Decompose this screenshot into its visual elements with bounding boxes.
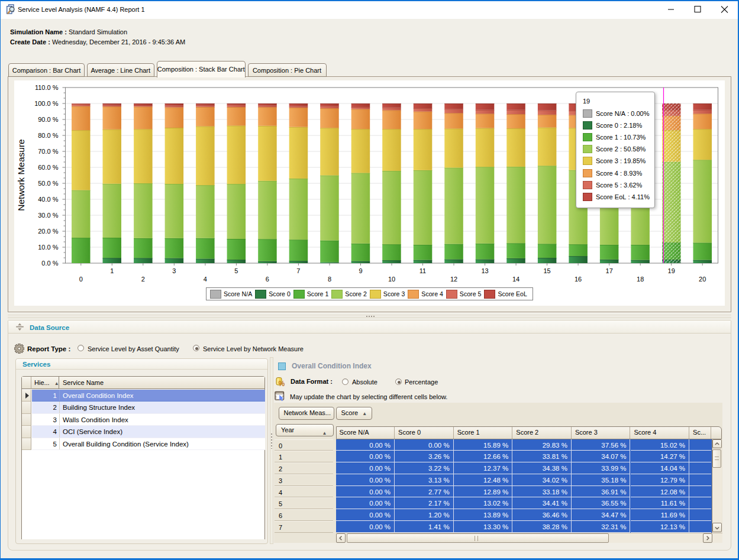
svg-text:8: 8 bbox=[328, 276, 331, 283]
svg-text:18: 18 bbox=[637, 276, 644, 283]
svg-text:50.0 %: 50.0 % bbox=[38, 180, 58, 187]
svg-text:60.0 %: 60.0 % bbox=[38, 164, 58, 171]
svg-text:%: % bbox=[279, 380, 285, 387]
svg-text:0.0 %: 0.0 % bbox=[41, 260, 58, 267]
svg-text:4: 4 bbox=[204, 276, 207, 283]
svg-text:6: 6 bbox=[266, 276, 269, 283]
svg-text:Network Measure: Network Measure bbox=[16, 139, 26, 211]
svg-text:16: 16 bbox=[575, 276, 582, 283]
svg-text:12: 12 bbox=[450, 276, 457, 283]
svg-text:20: 20 bbox=[699, 276, 706, 283]
svg-text:10.0 %: 10.0 % bbox=[38, 244, 58, 251]
svg-text:2: 2 bbox=[141, 276, 145, 283]
svg-text:11: 11 bbox=[419, 267, 426, 274]
svg-text:110.0 %: 110.0 % bbox=[35, 84, 59, 91]
svg-text:1: 1 bbox=[110, 267, 114, 274]
svg-text:17: 17 bbox=[606, 267, 613, 274]
svg-text:0: 0 bbox=[79, 276, 83, 283]
svg-text:15: 15 bbox=[543, 267, 550, 274]
svg-text:19: 19 bbox=[668, 267, 675, 274]
svg-text:90.0 %: 90.0 % bbox=[38, 116, 58, 123]
svg-text:7: 7 bbox=[296, 267, 300, 274]
svg-text:80.0 %: 80.0 % bbox=[38, 132, 58, 139]
svg-text:3: 3 bbox=[172, 267, 176, 274]
svg-text:10: 10 bbox=[388, 276, 395, 283]
svg-text:100.0 %: 100.0 % bbox=[34, 100, 59, 107]
svg-text:14: 14 bbox=[512, 276, 519, 283]
svg-text:30.0 %: 30.0 % bbox=[38, 212, 58, 219]
svg-text:5: 5 bbox=[234, 267, 238, 274]
svg-text:20.0 %: 20.0 % bbox=[38, 228, 58, 235]
svg-text:9: 9 bbox=[359, 267, 362, 274]
svg-text:40.0 %: 40.0 % bbox=[38, 196, 58, 203]
svg-text:70.0 %: 70.0 % bbox=[38, 148, 58, 155]
svg-text:13: 13 bbox=[481, 267, 488, 274]
